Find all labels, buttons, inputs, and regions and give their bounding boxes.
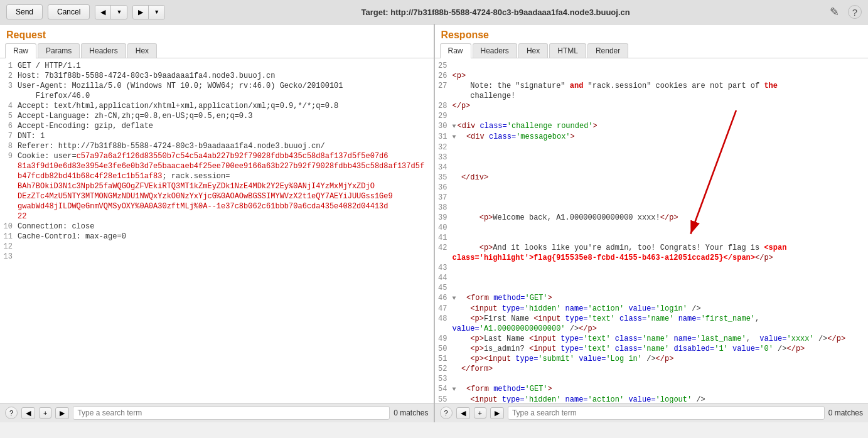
request-bottom-bar: ? ◀ + ▶ 0 matches	[0, 403, 434, 422]
tab-params-request[interactable]: Params	[38, 43, 80, 58]
response-prev-match[interactable]: ◀	[456, 407, 470, 419]
tab-html-response[interactable]: HTML	[549, 43, 586, 58]
forward-dropdown-button[interactable]: ▼	[149, 6, 164, 19]
response-tab-bar: Raw Headers Hex HTML Render	[435, 43, 869, 58]
tab-raw-request[interactable]: Raw	[5, 43, 36, 58]
tab-raw-response[interactable]: Raw	[440, 43, 471, 58]
target-label: Target: http://7b31f88b-5588-4724-80c3-b…	[170, 8, 821, 17]
request-matches: 0 matches	[394, 409, 428, 417]
request-code-area[interactable]: 1GET / HTTP/1.1 2Host: 7b31f88b-5588-472…	[0, 58, 434, 403]
request-help-button[interactable]: ?	[5, 407, 18, 419]
edit-button[interactable]: ✎	[826, 4, 843, 20]
response-pane: Response Raw Headers Hex HTML Render 25 …	[435, 24, 869, 422]
tab-render-response[interactable]: Render	[587, 43, 628, 58]
tab-hex-response[interactable]: Hex	[518, 43, 548, 58]
back-dropdown-button[interactable]: ▼	[111, 6, 127, 19]
cancel-button[interactable]: Cancel	[48, 4, 90, 19]
response-search-input[interactable]	[508, 406, 825, 420]
request-prev-match[interactable]: ◀	[21, 407, 35, 419]
request-add-match[interactable]: +	[39, 407, 51, 419]
response-next-match[interactable]: ▶	[490, 407, 504, 419]
top-bar: Send Cancel ◀ ▼ ▶ ▼ Target: http://7b31f…	[0, 0, 868, 24]
response-help-button[interactable]: ?	[440, 407, 453, 419]
forward-button[interactable]: ▶	[133, 6, 149, 19]
request-search-input[interactable]	[73, 406, 390, 420]
request-pane: Request Raw Params Headers Hex 1GET / HT…	[0, 24, 435, 422]
request-next-match[interactable]: ▶	[55, 407, 69, 419]
send-button[interactable]: Send	[6, 4, 43, 19]
response-add-match[interactable]: +	[474, 407, 486, 419]
response-bottom-bar: ? ◀ + ▶ 0 matches	[435, 403, 869, 422]
response-title: Response	[435, 24, 869, 43]
tab-headers-request[interactable]: Headers	[81, 43, 126, 58]
tab-hex-request[interactable]: Hex	[127, 43, 157, 58]
request-title: Request	[0, 24, 434, 43]
response-matches: 0 matches	[828, 409, 863, 417]
help-button[interactable]: ?	[848, 5, 862, 19]
back-button[interactable]: ◀	[95, 6, 111, 19]
request-tab-bar: Raw Params Headers Hex	[0, 43, 434, 58]
tab-headers-response[interactable]: Headers	[473, 43, 517, 58]
response-code-area[interactable]: 25 26<p> 27 Note: the "signature" and "r…	[435, 58, 869, 403]
